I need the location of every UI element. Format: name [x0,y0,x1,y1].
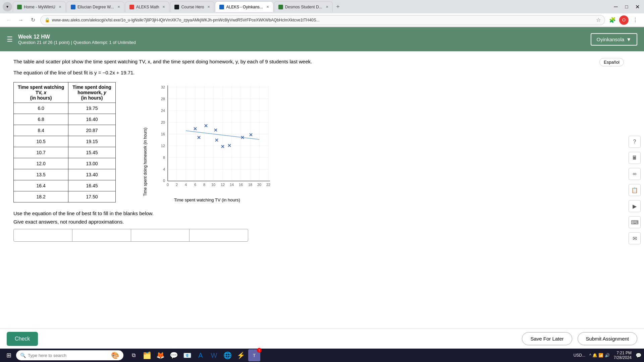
calculator-icon[interactable]: 🖩 [629,152,641,164]
taskbar-firefox[interactable]: 🦊 [154,349,166,361]
windows-start-button[interactable]: ⊞ [3,349,15,361]
espanol-button[interactable]: Español [599,58,624,66]
table-cell: 13.00 [68,158,116,169]
taskbar-search-box[interactable]: 🔍 🎨 [16,350,123,360]
input-cell-2[interactable] [72,229,131,241]
input-cell-1[interactable] [14,229,72,241]
user-menu-button[interactable]: Oyinkansola ▼ [591,33,637,46]
x-axis-label: Time spent watching TV (in hours) [143,197,272,202]
refresh-button[interactable]: ↻ [28,15,38,25]
user-name: Oyinkansola [597,37,625,42]
tab-bar: ▾ Home - MyWilmU ✕ Ellucian Degree W... … [0,0,644,13]
table-cell: 16.40 [68,114,116,125]
taskbar-explorer[interactable]: 🗂️ [141,349,153,361]
svg-text:0: 0 [167,183,169,187]
taskbar-teams2[interactable]: T1 [248,349,260,361]
close-button[interactable]: ✕ [633,3,641,11]
address-bar[interactable]: 🔒 www-awu.aleks.com/alekscgi/x/lsl.exe/1… [40,15,605,25]
tab-close-button[interactable]: ✕ [266,5,269,9]
taskbar-outlook[interactable]: 📧 [181,349,193,361]
taskbar-apps: ⧉ 🗂️ 🦊 💬 📧 A W 🌐 ⚡ T1 [127,349,260,361]
search-input[interactable] [28,353,109,358]
tab-favicon [71,5,75,9]
table-row: 10.519.15 [14,136,116,147]
browser-tab[interactable]: ALEKS Math ✕ [125,1,170,12]
table-cell: 6.0 [14,103,68,114]
svg-text:8: 8 [163,156,165,160]
taskbar-azure[interactable]: A [195,349,207,361]
svg-text:18: 18 [248,183,252,187]
taskbar-notification[interactable]: 💬 [636,353,641,358]
table-row: 16.416.45 [14,180,116,191]
tab-favicon [17,5,22,9]
browser-tab[interactable]: Desmos Student D... ✕ [274,1,333,12]
input-cell-4[interactable] [190,229,248,241]
table-row: 6.816.40 [14,114,116,125]
tab-close-button[interactable]: ✕ [326,5,328,9]
browser-tab[interactable]: Course Hero ✕ [170,1,214,12]
profile-icon[interactable]: O [619,15,629,25]
svg-text:4: 4 [185,183,187,187]
tab-label: Course Hero [181,5,204,9]
svg-text:20: 20 [161,120,165,124]
svg-text:32: 32 [161,85,165,89]
minimize-button[interactable]: ─ [612,3,620,11]
check-button[interactable]: Check [7,332,38,346]
taskbar-clock[interactable]: 7:21 PM 7/28/2024 [614,351,632,360]
maximize-button[interactable]: □ [623,3,631,11]
extensions-icon[interactable]: 🧩 [608,15,617,25]
svg-text:28: 28 [161,97,165,101]
submit-assignment-button[interactable]: Submit Assignment [578,332,637,345]
table-cell: 8.4 [14,125,68,136]
browser-tab[interactable]: ALEKS - Oyinkans... ✕ [215,1,273,12]
browser-tab[interactable]: Home - MyWilmU ✕ [13,1,66,12]
footer-bar: Check Save For Later Submit Assignment [0,328,644,349]
taskbar: ⊞ 🔍 🎨 ⧉ 🗂️ 🦊 💬 📧 A W 🌐 ⚡ T1 USD... ^ 🔔 📶… [0,349,644,362]
more-options-icon[interactable]: ⋮ [631,15,640,25]
taskbar-teams[interactable]: 💬 [168,349,180,361]
infinity-icon[interactable]: ∞ [629,168,641,180]
table-cell: 16.4 [14,180,68,191]
instruction-line1: Use the equation of the line of best fit… [13,209,631,218]
taskbar-system-icons: ^ 🔔 📶 🔊 [589,353,610,358]
mail-icon[interactable]: ✉ [629,232,641,244]
back-button[interactable]: ← [4,15,13,25]
tab-close-button[interactable]: ✕ [59,5,61,9]
help-icon[interactable]: ? [629,136,641,148]
taskbar-word[interactable]: W [208,349,220,361]
instructions: Use the equation of the line of best fit… [13,209,631,226]
tab-dropdown[interactable]: ▾ [3,2,12,11]
input-cell-3[interactable] [131,229,190,241]
svg-text:22: 22 [266,183,270,187]
menu-button[interactable]: ☰ [7,35,13,43]
svg-text:16: 16 [161,132,165,136]
table-cell: 10.5 [14,136,68,147]
aleks-header: ☰ Week 12 HW Question 21 of 26 (1 point)… [0,27,644,51]
week-label: Week 12 HW [18,34,136,40]
svg-text:24: 24 [161,109,165,113]
play-icon[interactable]: ▶ [629,200,641,212]
table-cell: 16.45 [68,180,116,191]
taskbar-taskview[interactable]: ⧉ [127,349,140,361]
taskbar-azure2[interactable]: ⚡ [235,349,247,361]
svg-line-43 [186,131,259,139]
save-for-later-button[interactable]: Save For Later [522,332,572,345]
svg-text:4: 4 [163,167,165,171]
tab-close-button[interactable]: ✕ [207,5,210,9]
tab-close-button[interactable]: ✕ [162,5,165,9]
tab-label: Home - MyWilmU [24,5,55,9]
forward-button[interactable]: → [16,15,25,25]
new-tab-button[interactable]: + [333,2,343,11]
notes-icon[interactable]: 📋 [629,184,641,196]
table-row: 6.019.75 [14,103,116,114]
tab-close-button[interactable]: ✕ [117,5,120,9]
description-text: The table and scatter plot show the time… [13,58,631,66]
taskbar-chrome[interactable]: 🌐 [221,349,233,361]
tab-label: Ellucian Degree W... [77,5,114,9]
right-sidebar: ? 🖩 ∞ 📋 ▶ ⌨ ✉ [629,136,641,244]
browser-tab[interactable]: Ellucian Degree W... ✕ [66,1,124,12]
table-cell: 19.75 [68,103,116,114]
keyboard-icon[interactable]: ⌨ [629,216,641,228]
table-row: 12.013.00 [14,158,116,169]
bookmark-icon[interactable]: ☆ [596,17,601,23]
